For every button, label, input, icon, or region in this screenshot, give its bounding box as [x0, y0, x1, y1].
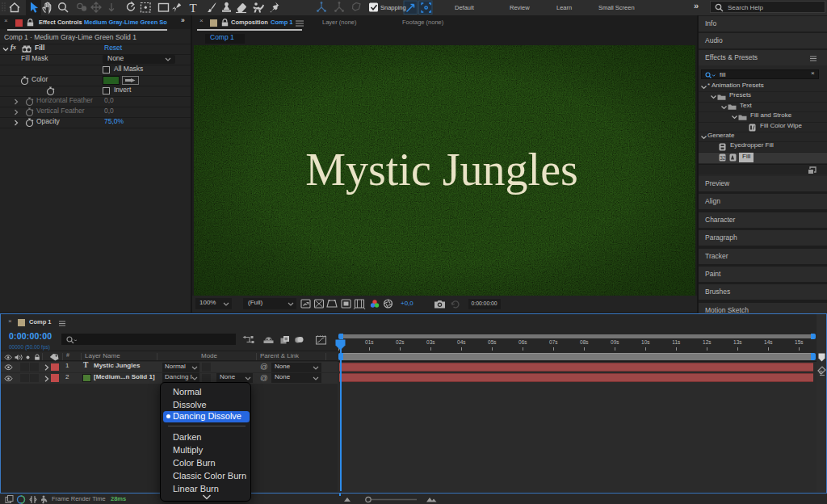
svg-text:Mystic Jungles: Mystic Jungles	[305, 145, 578, 195]
svg-text:T: T	[190, 2, 197, 15]
svg-text:32: 32	[720, 154, 726, 160]
